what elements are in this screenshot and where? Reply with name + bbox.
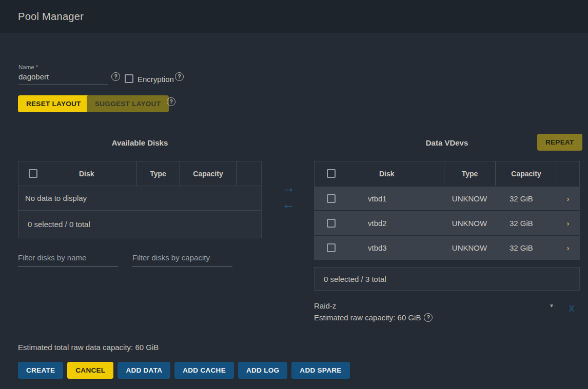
type-cell: UNKNOW bbox=[444, 243, 495, 252]
chevron-down-icon: ▼ bbox=[549, 303, 554, 309]
capacity-cell: 32 GiB bbox=[495, 219, 557, 228]
available-disks-table-header: Disk Type Capacity bbox=[18, 161, 261, 186]
add-log-button[interactable]: ADD LOG bbox=[238, 362, 287, 379]
reset-layout-button[interactable]: RESET LAYOUT bbox=[18, 95, 89, 112]
available-select-all-checkbox[interactable] bbox=[29, 169, 37, 178]
encryption-label: Encryption bbox=[138, 75, 174, 84]
add-spare-button[interactable]: ADD SPARE bbox=[291, 362, 349, 379]
create-button[interactable]: CREATE bbox=[18, 362, 63, 379]
vdevs-select-all-checkbox[interactable] bbox=[327, 169, 336, 178]
name-label: Name * bbox=[18, 64, 38, 70]
encryption-checkbox[interactable] bbox=[125, 74, 133, 83]
data-vdevs-table-header: Disk Type Capacity bbox=[315, 161, 579, 186]
cancel-button[interactable]: CANCEL bbox=[67, 362, 113, 379]
row-expand-chevron-icon[interactable]: › bbox=[557, 219, 579, 228]
titlebar: Pool Manager bbox=[0, 0, 588, 33]
column-header-actions bbox=[236, 161, 261, 186]
estimated-raw-capacity-text: Estimated raw capacity: 60 GiB bbox=[314, 313, 421, 322]
pool-manager-window: Pool Manager Name * ? Encryption ? RESET… bbox=[0, 0, 588, 389]
add-cache-button[interactable]: ADD CACHE bbox=[174, 362, 234, 379]
suggest-layout-help-icon[interactable]: ? bbox=[167, 97, 175, 106]
available-disks-table: Disk Type Capacity No data to display 0 … bbox=[18, 161, 262, 238]
table-row[interactable]: vtbd3 UNKNOW 32 GiB › bbox=[315, 235, 579, 259]
move-right-arrow-button[interactable]: → bbox=[277, 180, 301, 195]
column-header-expand bbox=[557, 161, 579, 186]
row-expand-chevron-icon[interactable]: › bbox=[557, 243, 579, 252]
row-checkbox[interactable] bbox=[327, 219, 336, 228]
row-expand-chevron-icon[interactable]: › bbox=[557, 194, 579, 203]
raw-capacity-help-icon[interactable]: ? bbox=[424, 313, 433, 322]
data-vdevs-table: Disk Type Capacity vtbd1 UNKNOW 32 GiB ›… bbox=[314, 161, 580, 260]
disk-cell: vtbd1 bbox=[347, 194, 444, 203]
name-help-icon[interactable]: ? bbox=[111, 72, 120, 81]
remove-vdev-button[interactable]: X bbox=[558, 296, 585, 322]
type-cell: UNKNOW bbox=[444, 219, 495, 228]
raid-type-select[interactable]: Raid-z ▼ bbox=[314, 299, 554, 312]
capacity-cell: 32 GiB bbox=[495, 243, 557, 252]
column-header-type: Type bbox=[136, 161, 180, 186]
disk-cell: vtbd2 bbox=[347, 219, 444, 228]
disk-cell: vtbd3 bbox=[347, 243, 444, 252]
row-checkbox[interactable] bbox=[327, 243, 336, 252]
data-vdevs-footer: 0 selected / 3 total bbox=[314, 267, 580, 291]
estimated-raw-capacity: Estimated raw capacity: 60 GiB ? bbox=[314, 313, 433, 322]
estimated-total-capacity: Estimated total raw data capacity: 60 Gi… bbox=[18, 343, 159, 352]
table-row[interactable]: vtbd2 UNKNOW 32 GiB › bbox=[315, 210, 579, 235]
repeat-button[interactable]: REPEAT bbox=[537, 134, 582, 151]
encryption-help-icon[interactable]: ? bbox=[175, 72, 184, 81]
available-disks-empty-row: No data to display bbox=[18, 186, 261, 210]
available-disks-footer: 0 selected / 0 total bbox=[18, 210, 261, 238]
column-header-type: Type bbox=[444, 161, 495, 186]
column-header-disk: Disk bbox=[347, 161, 444, 186]
column-header-disk: Disk bbox=[47, 161, 136, 186]
available-disks-title: Available Disks bbox=[18, 138, 262, 147]
raid-type-selected-value: Raid-z bbox=[314, 301, 336, 310]
table-row[interactable]: vtbd1 UNKNOW 32 GiB › bbox=[315, 186, 579, 210]
column-header-capacity: Capacity bbox=[495, 161, 557, 186]
filter-disks-by-name-input[interactable] bbox=[18, 252, 118, 267]
pool-name-input[interactable] bbox=[18, 71, 108, 85]
capacity-cell: 32 GiB bbox=[495, 194, 557, 203]
row-checkbox[interactable] bbox=[327, 194, 336, 203]
type-cell: UNKNOW bbox=[444, 194, 495, 203]
action-buttons: CREATE CANCEL ADD DATA ADD CACHE ADD LOG… bbox=[18, 362, 350, 379]
move-left-arrow-button[interactable]: ← bbox=[277, 196, 301, 212]
column-header-capacity: Capacity bbox=[180, 161, 236, 186]
page-title: Pool Manager bbox=[18, 11, 84, 23]
filter-disks-by-capacity-input[interactable] bbox=[132, 252, 232, 267]
suggest-layout-button[interactable]: SUGGEST LAYOUT bbox=[87, 95, 169, 112]
transfer-panel: → ← bbox=[271, 174, 306, 217]
add-data-button[interactable]: ADD DATA bbox=[117, 362, 170, 379]
